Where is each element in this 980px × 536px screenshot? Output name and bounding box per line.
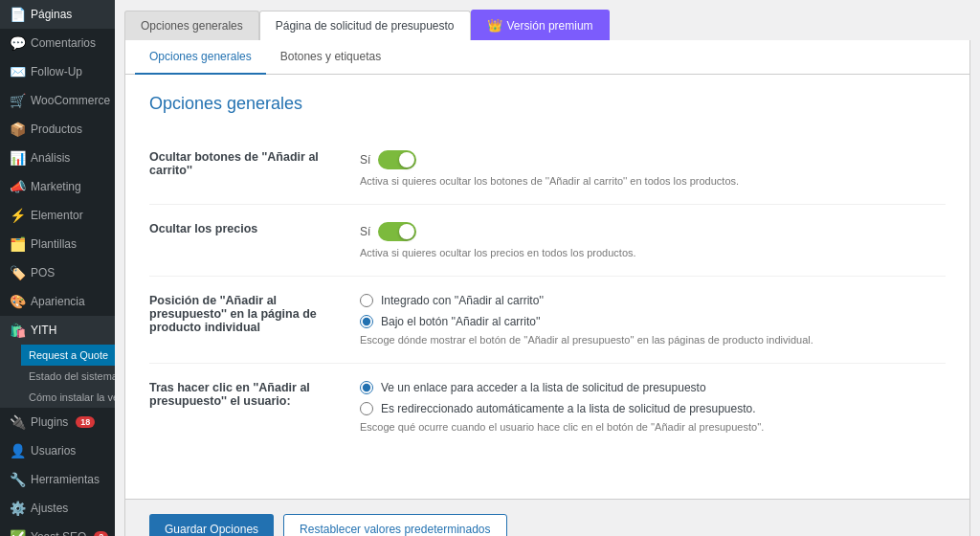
analisis-icon: 📊 (10, 150, 25, 166)
setting-desc-ocultar-precios: Activa si quieres ocultar los precios en… (360, 247, 946, 258)
apariencia-icon: 🎨 (10, 294, 25, 309)
yith-icon: 🛍️ (10, 323, 25, 338)
footer-buttons: Guardar Opciones Restablecer valores pre… (124, 500, 970, 536)
setting-label-ocultar-precios: Ocultar los precios (149, 205, 360, 277)
inner-tab-botones-etiquetas[interactable]: Botones y etiquetas (266, 40, 395, 75)
settings-table: Ocultar botones de ''Añadir al carrito''… (149, 133, 946, 450)
setting-desc-tras-clic: Escoge qué ocurre cuando el usuario hace… (360, 421, 946, 433)
sidebar-item-plantillas[interactable]: 🗂️ Plantillas (0, 230, 115, 258)
tab-version-premium[interactable]: 👑 Versión premium (471, 10, 610, 40)
elementor-icon: ⚡ (10, 208, 25, 223)
setting-desc-posicion: Escoge dónde mostrar el botón de ''Añadi… (360, 334, 946, 346)
plugins-icon: 🔌 (10, 414, 25, 430)
sidebar-label-herramientas: Herramientas (31, 473, 100, 486)
sidebar-item-plugins[interactable]: 🔌 Plugins 18 (0, 408, 115, 436)
toggle-ocultar-precios[interactable] (378, 222, 416, 241)
sidebar-item-productos[interactable]: 📦 Productos (0, 115, 115, 144)
paginas-icon: 📄 (10, 7, 25, 22)
setting-control-tras-clic: Ve un enlace para acceder a la lista de … (360, 364, 946, 451)
save-button[interactable]: Guardar Opciones (149, 514, 274, 536)
sidebar-label-comentarios: Comentarios (31, 36, 96, 50)
sidebar-label-productos: Productos (31, 123, 82, 136)
sidebar-label-estado-sistema: Estado del sistema (29, 370, 115, 382)
sidebar-item-comentarios[interactable]: 💬 Comentarios (0, 29, 115, 57)
setting-control-ocultar-precios: Sí Activa si quieres ocultar los precios… (360, 205, 946, 277)
ajustes-icon: ⚙️ (10, 501, 25, 516)
radio-group-tras-clic: Ve un enlace para acceder a la lista de … (360, 381, 946, 415)
usuarios-icon: 👤 (10, 443, 25, 458)
sidebar-item-usuarios[interactable]: 👤 Usuarios (0, 436, 115, 465)
sidebar-label-apariencia: Apariencia (31, 295, 85, 308)
table-row: Posición de ''Añadir al presupuesto'' en… (149, 277, 946, 364)
table-row: Ocultar botones de ''Añadir al carrito''… (149, 133, 946, 205)
setting-desc-ocultar-botones: Activa si quieres ocultar los botones de… (360, 175, 946, 187)
sidebar-item-elementor[interactable]: ⚡ Elementor (0, 201, 115, 230)
sidebar-item-ajustes[interactable]: ⚙️ Ajustes (0, 494, 115, 523)
sidebar-item-followup[interactable]: ✉️ Follow-Up (0, 57, 115, 86)
radio-option-ve-enlace[interactable]: Ve un enlace para acceder a la lista de … (360, 381, 946, 394)
sidebar: 📄 Páginas 💬 Comentarios ✉️ Follow-Up 🛒 W… (0, 0, 115, 536)
sidebar-item-apariencia[interactable]: 🎨 Apariencia (0, 287, 115, 316)
section-title: Opciones generales (149, 94, 946, 114)
sidebar-label-plantillas: Plantillas (31, 237, 77, 251)
radio-option-integrado[interactable]: Integrado con ''Añadir al carrito'' (360, 294, 946, 307)
toggle-ocultar-botones[interactable] (378, 150, 416, 169)
tab-pagina-solicitud[interactable]: Página de solicitud de presupuesto (259, 11, 471, 40)
sidebar-item-yith[interactable]: 🛍️ YITH (0, 316, 115, 345)
sidebar-label-woocommerce: WooCommerce (31, 94, 110, 107)
sidebar-label-pos: POS (31, 266, 55, 279)
sidebar-label-marketing: Marketing (31, 180, 81, 193)
content-area: Opciones generales Botones y etiquetas O… (124, 40, 970, 500)
toggle-label-ocultar-botones: Sí (360, 153, 370, 167)
toggle-label-ocultar-precios: Sí (360, 225, 370, 238)
yoast-badge: 2 (94, 531, 108, 536)
crown-icon: 👑 (487, 18, 502, 33)
settings-section: Opciones generales Ocultar botones de ''… (125, 75, 969, 469)
productos-icon: 📦 (10, 122, 25, 137)
sidebar-label-yoast: Yoast SEO (31, 530, 86, 536)
reset-button[interactable]: Restablecer valores predeterminados (283, 514, 506, 536)
sidebar-label-analisis: Análisis (31, 151, 70, 165)
sidebar-item-como-instalar[interactable]: Cómo instalar la versión premium (21, 387, 115, 408)
sidebar-item-estado-sistema[interactable]: Estado del sistema (21, 366, 115, 387)
setting-control-ocultar-botones: Sí Activa si quieres ocultar los botones… (360, 133, 946, 205)
sidebar-label-followup: Follow-Up (31, 65, 82, 78)
sidebar-label-elementor: Elementor (31, 209, 83, 222)
sidebar-label-usuarios: Usuarios (31, 444, 76, 458)
sidebar-label-ajustes: Ajustes (31, 502, 68, 515)
comentarios-icon: 💬 (10, 35, 25, 51)
main-content: Opciones generales Página de solicitud d… (115, 0, 980, 536)
setting-label-posicion: Posición de ''Añadir al presupuesto'' en… (149, 277, 360, 364)
plugins-badge: 18 (76, 416, 95, 428)
sidebar-item-woocommerce[interactable]: 🛒 WooCommerce (0, 86, 115, 115)
toggle-container-ocultar-precios: Sí (360, 222, 946, 241)
woocommerce-icon: 🛒 (10, 93, 25, 108)
sidebar-label-yith: YITH (31, 324, 56, 337)
sidebar-item-marketing[interactable]: 📣 Marketing (0, 172, 115, 201)
plantillas-icon: 🗂️ (10, 236, 25, 252)
sidebar-item-paginas[interactable]: 📄 Páginas (0, 0, 115, 29)
inner-tab-opciones-generales[interactable]: Opciones generales (135, 40, 266, 75)
sidebar-label-request-quote: Request a Quote (29, 349, 108, 361)
followup-icon: ✉️ (10, 64, 25, 79)
marketing-icon: 📣 (10, 179, 25, 194)
tab-opciones-generales[interactable]: Opciones generales (124, 11, 259, 40)
table-row: Tras hacer clic en ''Añadir al presupues… (149, 364, 946, 451)
herramientas-icon: 🔧 (10, 472, 25, 487)
setting-control-posicion: Integrado con ''Añadir al carrito'' Bajo… (360, 277, 946, 364)
sidebar-item-herramientas[interactable]: 🔧 Herramientas (0, 465, 115, 494)
sidebar-item-analisis[interactable]: 📊 Análisis (0, 144, 115, 172)
sidebar-item-yoast[interactable]: ✅ Yoast SEO 2 (0, 523, 115, 536)
table-row: Ocultar los precios Sí Activa si quieres… (149, 205, 946, 277)
sidebar-submenu: Request a Quote Estado del sistema Cómo … (0, 345, 115, 408)
sidebar-label-paginas: Páginas (31, 8, 72, 21)
sidebar-item-pos[interactable]: 🏷️ POS (0, 258, 115, 287)
toggle-container-ocultar-botones: Sí (360, 150, 946, 169)
sidebar-item-request-quote[interactable]: Request a Quote (21, 345, 115, 366)
radio-option-bajo-boton[interactable]: Bajo el botón ''Añadir al carrito'' (360, 315, 946, 328)
pos-icon: 🏷️ (10, 265, 25, 280)
radio-option-redireccionado[interactable]: Es redireccionado automáticamente a la l… (360, 402, 946, 415)
setting-label-ocultar-botones: Ocultar botones de ''Añadir al carrito'' (149, 133, 360, 205)
sidebar-label-plugins: Plugins (31, 415, 68, 429)
setting-label-tras-clic: Tras hacer clic en ''Añadir al presupues… (149, 364, 360, 451)
